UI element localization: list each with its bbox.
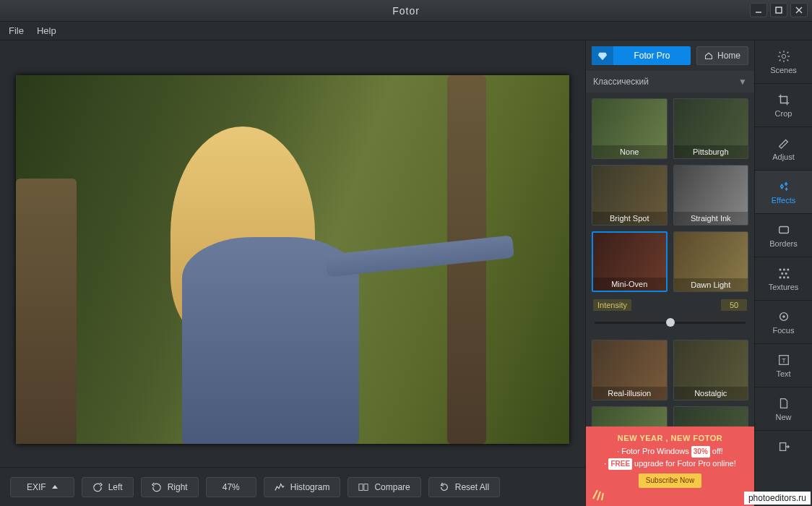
rotate-left-button[interactable]: Left: [82, 477, 134, 497]
effect-thumb-nostalgic[interactable]: Nostalgic: [673, 340, 749, 400]
diamond-icon: [592, 46, 613, 65]
effect-thumb-straight-ink[interactable]: Straight Ink: [673, 165, 749, 226]
svg-rect-1: [776, 7, 782, 13]
tool-text[interactable]: T Text: [755, 344, 812, 387]
svg-text:T: T: [782, 356, 786, 364]
rotate-left-icon: [92, 482, 103, 492]
svg-rect-21: [787, 268, 789, 270]
tool-new[interactable]: New: [755, 387, 812, 431]
tool-adjust[interactable]: Adjust: [755, 127, 812, 171]
edited-photo: [16, 75, 569, 444]
export-icon: [777, 440, 790, 453]
tool-borders[interactable]: Borders: [755, 214, 812, 257]
effect-thumb-pittsburgh[interactable]: Pittsburgh: [673, 98, 749, 159]
svg-line-7: [597, 492, 600, 500]
tool-export[interactable]: [755, 431, 812, 463]
effects-category-dropdown[interactable]: Классический ▼: [586, 71, 754, 93]
adjust-icon: [777, 137, 790, 150]
promo-banner[interactable]: NEW YEAR , NEW FOTOR · Fotor Pro Windows…: [586, 426, 754, 506]
title-bar: Fotor: [0, 0, 812, 22]
svg-line-14: [779, 51, 780, 53]
compare-icon: [358, 482, 368, 492]
menu-help[interactable]: Help: [37, 25, 56, 36]
effect-thumb-dawn-light[interactable]: Dawn Light: [673, 231, 749, 292]
new-icon: [777, 397, 790, 410]
intensity-slider[interactable]: [592, 312, 748, 333]
rotate-right-button[interactable]: Right: [141, 477, 199, 497]
effect-thumb-real-illusion[interactable]: Real-illusion: [592, 340, 668, 400]
bottom-toolbar: EXIF Left Right 47% Histogram Compare Re…: [0, 467, 585, 506]
window-maximize-button[interactable]: [770, 3, 787, 17]
reset-icon: [439, 482, 449, 492]
watermark: photoeditors.ru: [744, 492, 811, 505]
promo-subscribe-button[interactable]: Subscribe Now: [639, 473, 701, 488]
svg-rect-25: [783, 276, 785, 278]
svg-rect-22: [781, 273, 783, 275]
svg-rect-23: [785, 273, 787, 275]
chevron-down-icon: ▼: [738, 77, 747, 87]
svg-line-6: [593, 490, 597, 499]
text-icon: T: [777, 353, 790, 366]
menu-bar: File Help: [0, 22, 812, 40]
exif-button[interactable]: EXIF: [10, 477, 74, 497]
svg-line-16: [787, 51, 788, 53]
tools-rail: Scenes Crop Adjust Effects Borders Textu…: [754, 40, 812, 506]
textures-icon: [777, 267, 790, 280]
effect-thumb-none[interactable]: None: [592, 98, 668, 159]
tool-textures[interactable]: Textures: [755, 257, 812, 301]
effects-icon: [777, 180, 790, 193]
svg-point-28: [782, 315, 785, 318]
compare-button[interactable]: Compare: [347, 477, 420, 497]
svg-rect-5: [364, 484, 368, 490]
tool-scenes[interactable]: Scenes: [755, 40, 812, 84]
svg-line-17: [779, 59, 780, 61]
svg-rect-19: [779, 268, 781, 270]
zoom-level-button[interactable]: 47%: [206, 477, 256, 497]
intensity-value[interactable]: 50: [721, 299, 747, 311]
app-title: Fotor: [392, 5, 420, 17]
svg-rect-18: [779, 226, 788, 233]
home-button[interactable]: Home: [696, 46, 748, 65]
intensity-label: Intensity: [593, 299, 631, 311]
svg-point-9: [782, 54, 785, 58]
image-canvas[interactable]: [16, 75, 569, 444]
histogram-icon: [275, 482, 285, 492]
reset-all-button[interactable]: Reset All: [428, 477, 500, 497]
effect-thumb-mini-oven[interactable]: Mini-Oven: [592, 231, 668, 292]
svg-rect-4: [359, 484, 363, 490]
svg-rect-24: [779, 276, 781, 278]
tool-focus[interactable]: Focus: [755, 301, 812, 344]
effect-thumb-bright-spot[interactable]: Bright Spot: [592, 165, 668, 226]
focus-icon: [777, 310, 790, 323]
window-close-button[interactable]: [790, 3, 808, 17]
svg-rect-20: [783, 268, 785, 270]
svg-rect-26: [787, 276, 789, 278]
home-icon: [704, 51, 713, 60]
sparkle-icon: [590, 483, 609, 502]
svg-line-15: [787, 59, 788, 61]
window-minimize-button[interactable]: [750, 3, 767, 17]
canvas-area: [0, 40, 585, 467]
tool-effects[interactable]: Effects: [755, 171, 812, 214]
scenes-icon: [777, 50, 790, 63]
svg-line-8: [602, 493, 603, 500]
crop-icon: [777, 93, 790, 106]
histogram-button[interactable]: Histogram: [264, 477, 341, 497]
borders-icon: [777, 223, 790, 236]
menu-file[interactable]: File: [9, 25, 24, 36]
fotor-pro-button[interactable]: Fotor Pro: [592, 46, 691, 65]
tool-crop[interactable]: Crop: [755, 84, 812, 127]
rotate-right-icon: [152, 482, 162, 492]
